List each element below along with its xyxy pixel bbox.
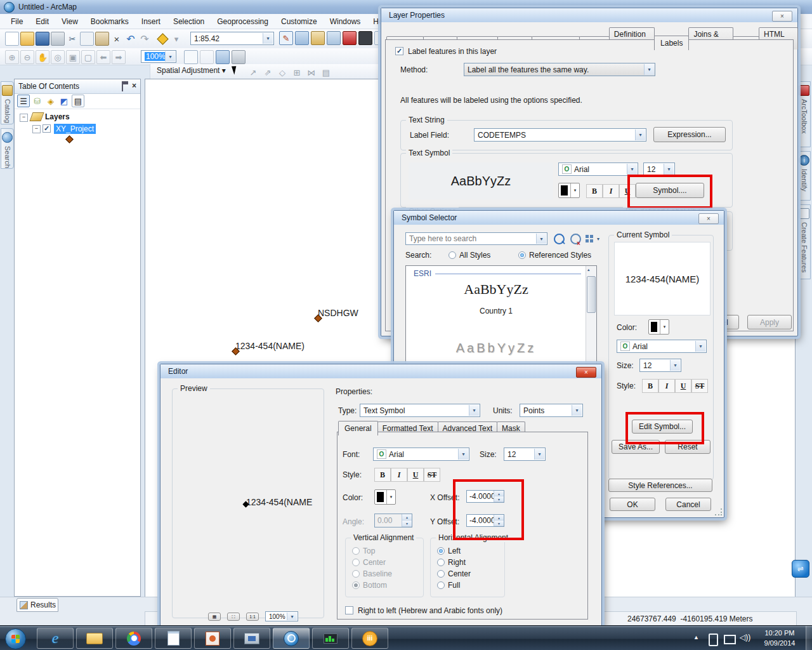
label-field-combo-arrow-icon[interactable]: ▾ — [635, 129, 645, 140]
current-font-combo[interactable]: O Arial▾ — [617, 340, 707, 353]
toc-close-icon[interactable]: × — [132, 81, 136, 91]
symbol-selector-close-icon[interactable]: × — [698, 213, 719, 224]
cut-icon[interactable]: ✂ — [66, 32, 79, 45]
valign-baseline-radio[interactable] — [352, 570, 360, 578]
delete-icon[interactable]: × — [110, 32, 123, 45]
remote-control-icon[interactable]: ⇌ — [792, 560, 809, 578]
show-desktop-button[interactable] — [806, 626, 812, 650]
adjust-edge-icon[interactable]: ⋈ — [305, 66, 318, 79]
layer-properties-apply-button[interactable]: Apply — [747, 315, 792, 329]
tree-collapse-box[interactable]: − — [20, 114, 28, 122]
font-combo-arrow-icon[interactable]: ▾ — [627, 164, 637, 175]
taskbar-arccatalog[interactable] — [233, 628, 270, 649]
tray-expand-icon[interactable]: ▲ — [693, 634, 699, 640]
layer-visibility-checkbox[interactable]: ✓ — [43, 124, 51, 133]
back-extent-icon[interactable]: ⬅ — [96, 50, 110, 64]
reset-button[interactable]: Reset — [665, 440, 710, 454]
editor-titlebar[interactable]: Editor — [160, 364, 601, 378]
underline-button[interactable]: U — [407, 468, 424, 482]
new-document-icon[interactable] — [5, 32, 19, 46]
layer-properties-titlebar[interactable]: Layer Properties — [381, 8, 797, 22]
toc-titlebar[interactable]: Table Of Contents × — [15, 79, 140, 94]
font-combo[interactable]: O Arial▾ — [558, 162, 638, 176]
copy-icon[interactable] — [80, 32, 94, 46]
underline-button[interactable]: U — [619, 184, 636, 198]
fixed-zoom-in-icon[interactable]: ▣ — [66, 50, 80, 64]
symbol-button[interactable]: Symbol.... — [636, 183, 704, 198]
start-button[interactable] — [5, 628, 26, 649]
menu-windows[interactable]: Windows — [324, 15, 367, 28]
toc-layers-label[interactable]: Layers — [45, 112, 70, 121]
menu-geoprocessing[interactable]: Geoprocessing — [211, 15, 274, 28]
right-dock-tab-create-features[interactable]: Create Features — [797, 204, 811, 279]
scale-combo-arrow-icon[interactable]: ▾ — [263, 33, 273, 44]
toc-options-icon[interactable]: ▤ — [72, 95, 84, 107]
font-size-combo[interactable]: 12▾ — [643, 162, 675, 176]
preview-11-icon[interactable]: 1:1 — [246, 613, 259, 621]
tab-editor-general[interactable]: General — [338, 421, 378, 435]
units-combo[interactable]: Points▾ — [520, 404, 583, 417]
taskbar-arcmap[interactable] — [273, 628, 310, 649]
arctoolbox-icon[interactable] — [343, 31, 357, 45]
save-icon[interactable] — [36, 32, 49, 46]
menu-selection[interactable]: Selection — [167, 15, 210, 28]
fixed-zoom-out-icon[interactable]: ▢ — [81, 50, 95, 64]
list-by-visibility-icon[interactable]: ◈ — [45, 95, 56, 107]
referenced-styles-radio[interactable] — [518, 251, 526, 259]
taskbar-collab-app[interactable]: iii — [351, 628, 388, 649]
taskbar-powerpoint[interactable] — [194, 628, 231, 649]
list-by-selection-icon[interactable]: ◩ — [58, 95, 70, 107]
valign-top-radio[interactable] — [352, 547, 360, 555]
resize-grip[interactable] — [715, 508, 722, 515]
redo-icon[interactable]: ↷ — [138, 32, 151, 45]
right-dock-tab-arctoolbox[interactable]: ArcToolbox — [797, 81, 811, 147]
symbol-search-combo[interactable]: Type here to search▾ — [405, 232, 547, 245]
select-cursor-icon[interactable] — [232, 65, 239, 74]
edit-symbol-button[interactable]: Edit Symbol... — [632, 420, 693, 434]
taskbar-internet-explorer[interactable]: e — [37, 628, 74, 649]
angle-spinner[interactable]: 0.00 ▴▾ — [374, 514, 412, 527]
zoom-percent-combo[interactable]: 100% ▾ — [141, 50, 176, 63]
zoom-in-icon[interactable]: ⊕ — [5, 50, 19, 64]
tree-collapse-box[interactable]: − — [32, 125, 41, 133]
strikethrough-button[interactable]: ST — [691, 379, 708, 393]
method-combo-arrow-icon[interactable]: ▾ — [644, 64, 654, 75]
layout-printer-icon[interactable] — [232, 50, 246, 64]
toc-layer-name[interactable]: XY_Project — [54, 124, 96, 134]
halign-center-radio[interactable] — [437, 570, 445, 578]
pan-icon[interactable]: ✋ — [36, 50, 49, 64]
menu-view[interactable]: View — [56, 15, 84, 28]
catalog-window-icon[interactable] — [311, 31, 325, 45]
bold-button[interactable]: B — [374, 468, 391, 482]
editor-close-icon[interactable]: × — [576, 367, 596, 378]
preview-fit-icon[interactable]: ⛶ — [227, 613, 240, 621]
editor-sketch-icon[interactable]: ✎ — [279, 31, 293, 45]
menu-file[interactable]: File — [5, 15, 29, 28]
volume-icon[interactable]: ◁)) — [740, 633, 750, 642]
full-extent-icon[interactable]: ◎ — [51, 50, 65, 64]
list-by-drawing-order-icon[interactable]: ☰ — [17, 95, 30, 107]
adjust-link-icon[interactable]: ↗ — [247, 66, 259, 79]
italic-button[interactable]: I — [391, 468, 407, 482]
adjust-grid-icon[interactable]: ⊞ — [291, 66, 303, 79]
forward-extent-icon[interactable]: ➡ — [112, 50, 126, 64]
halign-left-radio[interactable] — [437, 547, 445, 555]
taskbar-system-monitor[interactable] — [312, 628, 349, 649]
zoom-combo-arrow-icon[interactable]: ▾ — [165, 51, 175, 62]
search-window-icon[interactable] — [327, 31, 341, 45]
python-window-icon[interactable] — [358, 31, 372, 45]
left-dock-tab-search[interactable]: Search — [1, 128, 14, 169]
halign-full-radio[interactable] — [437, 581, 445, 589]
x-offset-spinner[interactable]: -4.0000 ▴▾ — [466, 490, 504, 503]
menu-customize[interactable]: Customize — [275, 15, 323, 28]
symbol-selector-ok-button[interactable]: OK — [610, 498, 655, 511]
underline-button[interactable]: U — [675, 379, 691, 393]
italic-button[interactable]: I — [658, 379, 675, 393]
text-color-swatch[interactable]: ▾ — [558, 183, 580, 198]
current-color-swatch[interactable]: ▾ — [648, 319, 669, 335]
type-combo[interactable]: Text Symbol▾ — [360, 404, 480, 417]
battery-icon[interactable] — [709, 633, 718, 646]
rtl-checkbox[interactable] — [345, 606, 353, 614]
size-combo-arrow-icon[interactable]: ▾ — [664, 164, 674, 175]
page-layout-icon[interactable] — [184, 50, 198, 64]
